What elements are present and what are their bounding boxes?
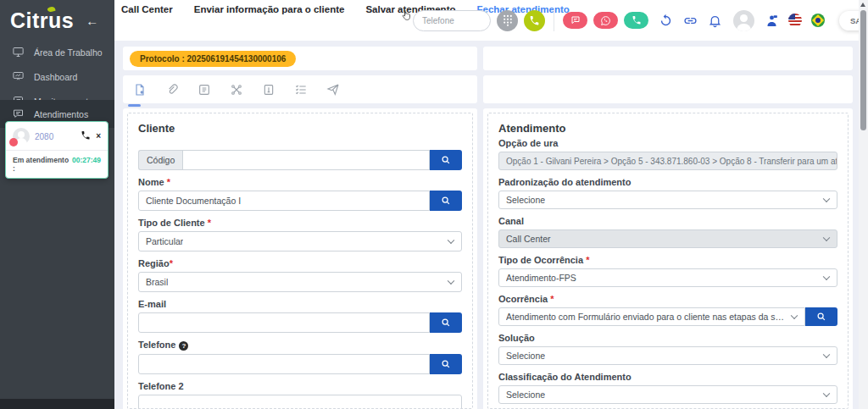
opcao-ura-value: Opção 1 - Gilvani Pereira > Opção 5 - 34… [498,152,837,170]
search-icon [441,318,451,328]
send-icon[interactable] [326,83,340,97]
cliente-title: Cliente [138,122,462,135]
form-icon[interactable] [198,83,211,97]
email-search-button[interactable] [430,312,462,333]
whatsapp-channel-button[interactable] [593,12,618,29]
call-icon [529,15,540,26]
canal-select: Call Center [498,229,837,248]
padronizacao-select[interactable]: Selecione [498,191,837,209]
dialpad-button[interactable] [497,10,518,31]
nome-input[interactable] [138,191,430,211]
phone-action-cluster: SAIR [413,9,868,31]
sidebar-collapse-arrow-icon[interactable]: ← [86,14,98,28]
record-icon[interactable] [133,83,147,97]
email-label: E-mail [138,299,462,309]
field-classificacao: Classificação do Atendimento Selecione [498,372,837,404]
telefone-input[interactable] [138,354,430,374]
phone-pill-icon [632,15,642,25]
codigo-addon-label: Código [138,150,182,170]
whatsapp-pill-icon [600,15,611,26]
field-regiao: Região* Brasil [138,258,462,292]
agent-status-icon[interactable] [765,14,779,28]
call-timer: 00:27:49 [72,156,101,173]
language-flag-us[interactable] [788,14,802,27]
paperclip-icon[interactable] [165,83,179,97]
search-icon [441,359,451,369]
field-telefone: Telefone? [138,340,462,374]
sync-icon[interactable] [659,14,673,28]
integrations-icon[interactable] [230,83,243,97]
chevron-down-icon [448,237,454,244]
solucao-select[interactable]: Selecione [498,346,837,365]
required-mark: * [550,294,554,304]
phone-number-input[interactable] [413,10,491,31]
logo-row: Citrus ← [0,0,114,40]
required-mark: * [586,255,589,265]
monitor-icon [12,46,25,58]
call-phone-button[interactable] [81,129,91,144]
sidebar-item-area-de-trabalho[interactable]: Área de Trabalho [0,40,114,64]
language-flag-br[interactable] [811,14,825,27]
voice-channel-button[interactable] [624,12,648,29]
page-scrollbar[interactable] [859,0,868,409]
nav-call-center[interactable]: Call Center [121,4,173,14]
chevron-down-icon [823,390,830,397]
help-icon[interactable]: ? [179,341,188,351]
atendimento-panel-border: Atendimento Opção de ura Opção 1 - Gilva… [487,113,849,409]
ocorrencia-search-button[interactable] [805,307,837,326]
chat-channel-button[interactable] [563,12,587,29]
chevron-down-icon [448,278,454,285]
scrollbar-up-arrow[interactable] [860,3,865,7]
field-codigo: Código [138,150,462,170]
required-mark: * [170,258,173,268]
tipo-cliente-label: Tipo de Cliente [138,218,205,228]
field-ocorrencia: Ocorrência * Atendimento com Formulário … [498,294,837,326]
ocorrencia-select[interactable]: Atendimento com Formulário enviado para … [498,307,805,326]
active-call-card: 2080 × Em atendimento : 00:27:49 [5,121,108,179]
box-icon[interactable] [262,83,275,97]
bell-icon[interactable] [708,14,722,28]
atendimento-panel: Atendimento Opção de ura Opção 1 - Gilva… [483,108,853,409]
toolbar-right [483,75,853,103]
codigo-input[interactable] [182,150,430,170]
link-icon[interactable] [683,14,698,28]
field-tipo-ocorrencia: Tipo de Ocorrência * Atendimento-FPS [498,255,837,287]
dialpad-icon [503,14,513,26]
atendimento-title: Atendimento [498,122,837,135]
search-icon [816,312,826,322]
padronizacao-label: Padronização do atendimento [498,177,837,187]
checklist-icon[interactable] [294,83,308,97]
field-opcao-ura: Opção de ura Opção 1 - Gilvani Pereira >… [498,138,837,170]
nome-search-button[interactable] [430,191,462,211]
make-call-button[interactable] [524,10,545,31]
canal-label: Canal [498,216,837,226]
tipo-ocorrencia-label: Tipo de Ocorrência [498,255,583,265]
telefone-search-button[interactable] [430,354,462,374]
user-avatar[interactable] [733,10,754,31]
chat-icon [12,108,25,120]
scrollbar-thumb[interactable] [860,10,866,130]
chevron-down-icon [823,351,830,358]
codigo-search-button[interactable] [430,150,462,170]
sidebar: Citrus ← Área de Trabalho Dashboard Moni… [0,0,114,409]
sidebar-item-dashboard[interactable]: Dashboard [0,64,114,89]
regiao-select[interactable]: Brasil [138,272,462,292]
email-input[interactable] [138,312,430,333]
telefone2-label: Telefone 2 [138,381,462,391]
solucao-label: Solução [498,333,837,343]
regiao-label: Região [138,258,170,268]
toolbar [123,75,477,103]
tipo-cliente-select[interactable]: Particular [138,231,462,251]
ocorrencia-label: Ocorrência [498,294,548,304]
opcao-ura-label: Opção de ura [498,138,837,148]
telefone2-input[interactable] [138,395,462,409]
call-status-label: Em atendimento : [13,156,72,173]
close-call-icon[interactable]: × [96,132,101,141]
tipo-ocorrencia-select[interactable]: Atendimento-FPS [498,268,837,287]
phone-icon [81,130,91,141]
presence-dot [9,138,18,146]
nav-enviar-informacao[interactable]: Enviar informação para o cliente [194,4,345,14]
divider [554,9,554,31]
field-nome: Nome * [138,177,462,211]
classificacao-select[interactable]: Selecione [498,385,837,404]
